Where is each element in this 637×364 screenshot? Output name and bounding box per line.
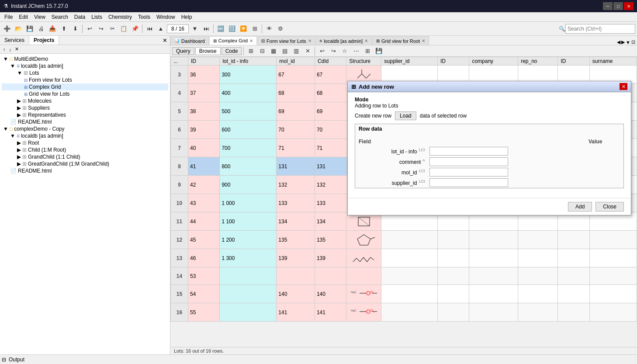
cell-molid[interactable]: 67 [277,66,315,84]
table-row[interactable]: 15 54 140 140 H₃CO [171,285,637,303]
dialog-close-btn[interactable]: Close [595,202,624,211]
cell-molid[interactable]: 71 [277,139,315,157]
import-button[interactable]: 📥 [47,24,58,34]
minimize-button[interactable]: ─ [603,2,613,10]
vt-grid5[interactable]: ▥ [291,46,301,56]
menu-file[interactable]: File [2,13,15,21]
view-button[interactable]: 👁 [264,24,274,34]
export-up-button[interactable]: ⬆ [59,24,69,34]
view-tab-code[interactable]: Code [222,47,242,55]
field-input[interactable] [429,168,508,177]
cell-surname[interactable] [589,267,637,285]
cell-supplierid[interactable] [381,231,438,249]
cell-cdid[interactable]: 141 [315,303,346,322]
field-value-cell[interactable] [426,177,585,188]
tab-close-localdb[interactable]: ✕ [364,38,368,43]
col-header-cdid[interactable]: CdId [315,57,346,66]
cell-molid[interactable]: 135 [277,231,315,249]
tree-item-representatives[interactable]: ▶ ⊞ Representatives [2,111,168,118]
cell-id[interactable]: 46 [188,249,220,267]
add-button[interactable]: Add [568,202,592,211]
cell-cdid[interactable]: 71 [315,139,346,157]
open-button[interactable]: 📂 [13,24,24,34]
cell-lotid[interactable]: 900 [220,176,277,194]
cell-molid[interactable]: 68 [277,84,315,102]
cell-lotid[interactable]: 600 [220,121,277,139]
menu-view[interactable]: View [31,13,48,21]
dialog-close-button[interactable]: ✕ [620,83,627,90]
cell-lotid[interactable]: 800 [220,157,277,176]
cell-id[interactable]: 39 [188,121,220,139]
field-input[interactable] [429,178,508,187]
sidebar-tab-services[interactable]: Services [0,36,29,45]
search-input[interactable] [565,24,635,34]
menu-search[interactable]: Search [49,13,71,21]
cell-supplierid[interactable] [381,285,438,303]
tree-item-root[interactable]: ▶ ⊞ Root [2,139,168,146]
cell-id[interactable]: 41 [188,157,220,176]
view-tab-browse[interactable]: Browse [195,47,221,55]
tab-grid-root[interactable]: ⊞ Grid view for Root ✕ [372,36,429,45]
cell-lotid[interactable]: 300 [220,66,277,84]
cell-id3[interactable] [558,249,589,267]
prev-button[interactable]: ▲ [156,24,166,34]
sort-za-button[interactable]: 🔡 [227,24,237,34]
cell-surname[interactable] [589,249,637,267]
cell-cdid[interactable]: 68 [315,84,346,102]
paste-button[interactable]: 📌 [130,24,140,34]
sort-asc-btn[interactable]: ↑ [2,46,7,52]
col-header-lotid[interactable]: lot_id - info [220,57,277,66]
export-down-button[interactable]: ⬇ [70,24,80,34]
config-button[interactable]: ⚙ [275,24,286,34]
field-value-cell[interactable] [426,146,585,156]
field-value-cell[interactable] [426,156,585,167]
cell-cdid[interactable]: 70 [315,121,346,139]
cell-cdid[interactable]: 134 [315,212,346,231]
cell-lotid[interactable]: 400 [220,84,277,102]
tab-localdb[interactable]: ≡ localdb [as admin] ✕ [316,36,372,45]
cell-lotid[interactable]: 700 [220,139,277,157]
cell-id[interactable]: 37 [188,84,220,102]
tree-item-multieditdemo[interactable]: ▼ □ MultiEditDemo [2,55,168,62]
cell-struct[interactable]: H₃CO [346,285,381,303]
undo-button[interactable]: ↩ [84,24,95,34]
tab-detach-button[interactable]: ⊡ [631,39,635,45]
new-button[interactable]: ➕ [2,24,12,34]
cell-id[interactable]: 36 [188,66,220,84]
sidebar-close-button[interactable]: ✕ [160,36,170,45]
sort-desc-btn[interactable]: ↓ [8,46,13,52]
menu-window[interactable]: Window [154,13,178,21]
menu-help[interactable]: Help [179,13,195,21]
cell-repno[interactable] [518,303,558,322]
cell-molid[interactable]: 133 [277,194,315,212]
cell-id[interactable]: 45 [188,231,220,249]
tree-item-suppliers[interactable]: ▶ ⊞ Suppliers [2,104,168,111]
cell-cdid[interactable]: 135 [315,231,346,249]
cell-lotid[interactable] [220,285,277,303]
col-header-molid[interactable]: mol_id [277,57,315,66]
cell-cdid[interactable]: 132 [315,176,346,194]
cell-molid[interactable]: 132 [277,176,315,194]
cell-struct[interactable] [346,267,381,285]
cell-struct[interactable]: H₃CO [346,303,381,322]
vt-grid4[interactable]: ▤ [280,46,290,56]
sidebar-tab-projects[interactable]: Projects [29,36,59,45]
vt-grid2[interactable]: ⊟ [257,46,267,56]
cell-surname[interactable] [589,285,637,303]
cell-cdid[interactable]: 140 [315,285,346,303]
cell-company[interactable] [469,267,518,285]
cell-molid[interactable]: 141 [277,303,315,322]
cell-id[interactable]: 53 [188,267,220,285]
cell-id[interactable]: 54 [188,285,220,303]
cell-molid[interactable] [277,267,315,285]
cell-molid[interactable]: 69 [277,102,315,121]
tree-item-lots[interactable]: ▼ ⊞ Lots [2,69,168,76]
menu-edit[interactable]: Edit [16,13,31,21]
tree-item-localdb1[interactable]: ▼ ≡ localdb [as admin] [2,62,168,69]
cell-struct[interactable] [346,249,381,267]
menu-chemistry[interactable]: Chemistry [106,13,135,21]
col-header-struct[interactable]: Structure [346,57,381,66]
table-row[interactable]: 12 45 1 200 135 135 [171,231,637,249]
cell-lotid[interactable]: 1 300 [220,249,277,267]
tab-next-button[interactable]: ▶ [621,39,625,45]
